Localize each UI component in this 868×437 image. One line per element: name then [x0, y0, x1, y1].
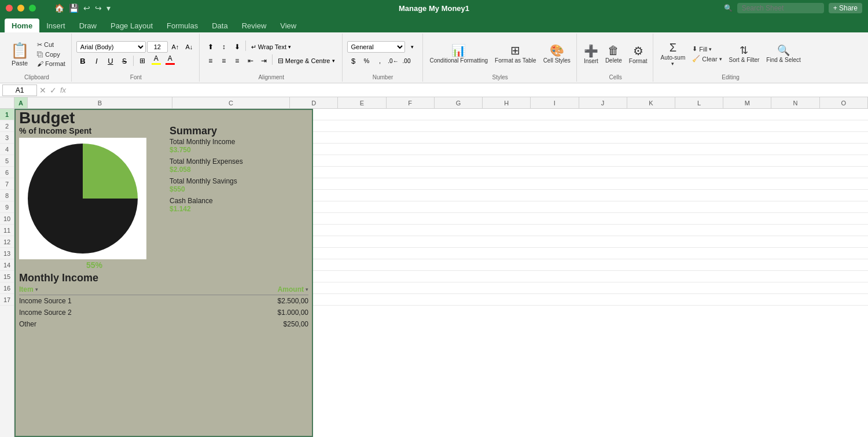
clear-button[interactable]: 🧹 Clear ▾: [690, 54, 724, 63]
decrease-decimal-button[interactable]: .0←: [387, 54, 400, 67]
currency-button[interactable]: $: [347, 54, 360, 67]
item-dropdown-arrow[interactable]: ▾: [35, 287, 38, 292]
percent-button[interactable]: %: [361, 54, 373, 67]
increase-decimal-button[interactable]: .00: [400, 54, 413, 67]
align-right-button[interactable]: ≡: [231, 54, 244, 67]
empty-row-2[interactable]: [313, 120, 868, 132]
wrap-text-button[interactable]: ↵ Wrap Text ▾: [248, 41, 295, 53]
maximize-button[interactable]: [29, 5, 36, 12]
bold-button[interactable]: B: [76, 54, 89, 67]
share-button[interactable]: + Share: [829, 3, 862, 13]
find-select-button[interactable]: 🔍 Find & Select: [764, 36, 803, 72]
empty-row-15[interactable]: [313, 271, 868, 282]
empty-row-16[interactable]: [313, 282, 868, 294]
formula-x-icon[interactable]: ✕: [39, 86, 46, 95]
font-family-select[interactable]: Arial (Body): [76, 41, 146, 53]
fill-button[interactable]: ⬇ Fill ▾: [690, 45, 724, 53]
row-11-num[interactable]: 11: [0, 225, 14, 236]
border-button[interactable]: ⊞: [136, 54, 149, 67]
italic-button[interactable]: I: [90, 54, 103, 67]
col-header-d[interactable]: D: [290, 97, 338, 108]
empty-row-14[interactable]: [313, 259, 868, 271]
row-7-num[interactable]: 7: [0, 178, 14, 190]
font-size-increase-button[interactable]: A↑: [169, 41, 182, 53]
underline-button[interactable]: U: [104, 54, 117, 67]
conditional-formatting-button[interactable]: 📊 Conditional Formatting: [428, 36, 491, 72]
tab-draw[interactable]: Draw: [72, 19, 104, 32]
row-13-num[interactable]: 13: [0, 248, 14, 259]
row-9-num[interactable]: 9: [0, 201, 14, 213]
empty-row-4[interactable]: [313, 144, 868, 155]
increase-indent-button[interactable]: ⇥: [258, 54, 270, 67]
col-header-j[interactable]: J: [579, 97, 627, 108]
empty-row-13[interactable]: [313, 248, 868, 259]
col-header-m[interactable]: M: [723, 97, 771, 108]
format-painter-button[interactable]: 🖌 Format: [35, 60, 68, 68]
empty-row-8[interactable]: [313, 190, 868, 201]
row-12-num[interactable]: 12: [0, 236, 14, 248]
tab-insert[interactable]: Insert: [39, 19, 72, 32]
formula-check-icon[interactable]: ✓: [50, 86, 57, 95]
row-4-num[interactable]: 4: [0, 144, 14, 155]
tab-formulas[interactable]: Formulas: [160, 19, 205, 32]
col-header-f[interactable]: F: [387, 97, 435, 108]
col-header-h[interactable]: H: [483, 97, 531, 108]
align-middle-button[interactable]: ↕: [218, 41, 230, 53]
search-input[interactable]: [737, 3, 824, 13]
row-5-num[interactable]: 5: [0, 155, 14, 167]
row-3-num[interactable]: 3: [0, 132, 14, 144]
tab-view[interactable]: View: [273, 19, 303, 32]
number-format-select[interactable]: General: [347, 41, 405, 53]
cell-styles-button[interactable]: 🎨 Cell Styles: [541, 36, 573, 72]
row-15-num[interactable]: 15: [0, 271, 14, 282]
align-center-button[interactable]: ≡: [218, 54, 230, 67]
format-as-table-button[interactable]: ⊞ Format as Table: [492, 36, 539, 72]
more-icon[interactable]: ▾: [106, 3, 111, 13]
copy-button[interactable]: ⿻ Copy: [35, 50, 68, 58]
row-16-num[interactable]: 16: [0, 282, 14, 294]
delete-cell-button[interactable]: 🗑 Delete: [603, 36, 624, 72]
amount-dropdown-arrow[interactable]: ▾: [306, 287, 308, 292]
align-bottom-button[interactable]: ⬇: [231, 41, 244, 53]
row-10-num[interactable]: 10: [0, 213, 14, 225]
save-icon[interactable]: 💾: [69, 3, 79, 13]
align-top-button[interactable]: ⬆: [204, 41, 217, 53]
font-color-button[interactable]: A: [164, 54, 176, 67]
format-cell-button[interactable]: ⚙ Format: [627, 36, 650, 72]
tab-home[interactable]: Home: [5, 19, 39, 32]
sort-filter-button[interactable]: ⇅ Sort & Filter: [727, 36, 762, 72]
cut-button[interactable]: ✂ Cut: [35, 41, 68, 49]
row-2-num[interactable]: 2: [0, 120, 14, 132]
col-header-e[interactable]: E: [338, 97, 386, 108]
col-header-n[interactable]: N: [771, 97, 819, 108]
empty-row-5[interactable]: [313, 155, 868, 167]
close-button[interactable]: [6, 5, 13, 12]
tab-data[interactable]: Data: [205, 19, 234, 32]
align-left-button[interactable]: ≡: [204, 54, 217, 67]
insert-cell-button[interactable]: ➕ Insert: [582, 36, 601, 72]
auto-sum-button[interactable]: Σ Auto-sum ▾: [658, 36, 687, 72]
font-size-decrease-button[interactable]: A↓: [183, 41, 196, 53]
comma-button[interactable]: ,: [374, 54, 387, 67]
number-format-dropdown[interactable]: ▾: [406, 41, 419, 53]
col-header-c[interactable]: C: [172, 97, 290, 108]
empty-row-12[interactable]: [313, 236, 868, 248]
decrease-indent-button[interactable]: ⇤: [244, 54, 257, 67]
minimize-button[interactable]: [17, 5, 24, 12]
tab-page-layout[interactable]: Page Layout: [104, 19, 160, 32]
strikethrough-button[interactable]: S̶: [118, 54, 131, 67]
formula-input[interactable]: [68, 85, 866, 96]
tab-review[interactable]: Review: [235, 19, 274, 32]
empty-row-6[interactable]: [313, 167, 868, 178]
merge-centre-button[interactable]: ⊟ Merge & Centre ▾: [274, 54, 339, 67]
col-header-a[interactable]: A: [14, 97, 28, 108]
empty-row-10[interactable]: [313, 213, 868, 225]
row-8-num[interactable]: 8: [0, 190, 14, 201]
col-header-b[interactable]: B: [28, 97, 172, 108]
fill-color-button[interactable]: A: [150, 54, 163, 67]
redo-icon[interactable]: ↪: [95, 3, 102, 13]
paste-button[interactable]: 📋 Paste: [6, 36, 34, 71]
col-header-l[interactable]: L: [675, 97, 723, 108]
col-header-i[interactable]: I: [531, 97, 579, 108]
empty-row-1[interactable]: [313, 109, 868, 120]
